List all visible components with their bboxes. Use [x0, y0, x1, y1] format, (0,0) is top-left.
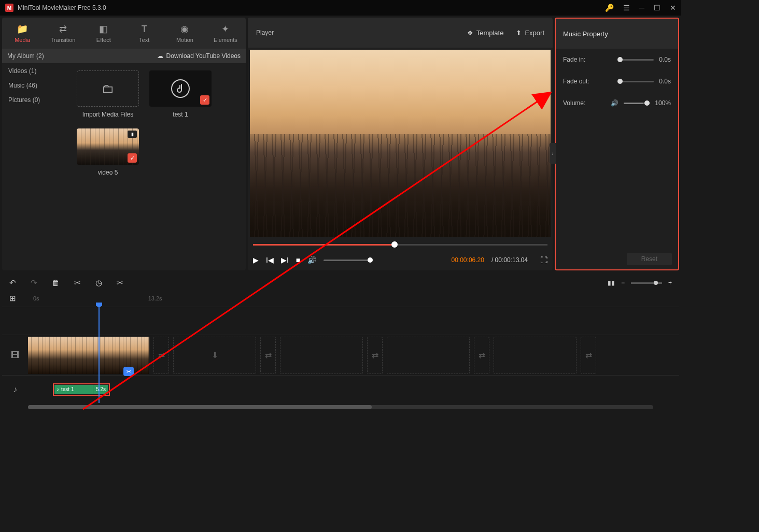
video-icon: ▮	[128, 131, 137, 138]
video-clip[interactable]	[68, 337, 109, 374]
folder-icon: 📁	[17, 23, 28, 35]
media-panel: 📁Media ⇄Transition ◧Effect TText ◉Motion…	[2, 18, 246, 270]
sidebar-videos[interactable]: Videos (1)	[8, 67, 63, 75]
menu-icon[interactable]: ☰	[623, 4, 630, 12]
empty-clip-slot[interactable]: ⬇	[173, 337, 256, 374]
redo-button[interactable]: ↷	[31, 278, 37, 287]
zoom-slider[interactable]	[631, 282, 662, 284]
transition-slot[interactable]: ⇄	[367, 337, 383, 374]
import-media-button[interactable]: 🗀 Import Media Files	[77, 70, 139, 118]
music-icon: ♪	[13, 385, 17, 394]
crop-button[interactable]: ✂	[117, 278, 123, 287]
reset-button[interactable]: Reset	[627, 253, 672, 265]
time-duration: / 00:00:13.04	[491, 256, 528, 264]
note-icon: ♪	[57, 386, 59, 392]
undo-button[interactable]: ↶	[9, 278, 16, 287]
folder-add-icon: 🗀	[102, 81, 114, 96]
audio-clip[interactable]: ♪test 1 5.2s	[53, 383, 110, 396]
volume-slider[interactable]	[324, 260, 370, 261]
add-track-button[interactable]: ⊞	[9, 294, 16, 303]
ruler-mark-1: 13.2s	[148, 295, 162, 301]
time-current: 00:00:06.20	[452, 256, 484, 264]
sidebar-music[interactable]: Music (46)	[8, 82, 63, 89]
collapse-panel-button[interactable]: ›	[550, 143, 556, 164]
layers-icon: ❖	[467, 29, 473, 37]
timeline: ↶ ↷ 🗑 ✂ ◷ ✂ ▮▮ − + ⊞ 0s 13.2s 🎞	[0, 274, 681, 409]
elements-icon: ✦	[221, 23, 229, 35]
track-video: 🎞 ✂ ⇄ ⬇ ⇄ ⇄ ⇄ ⇄	[2, 335, 679, 375]
transition-icon: ⇄	[59, 23, 67, 35]
tab-motion[interactable]: ◉Motion	[164, 18, 205, 49]
track-overlay	[2, 307, 679, 335]
maximize-icon[interactable]: ☐	[654, 4, 660, 12]
tab-media[interactable]: 📁Media	[2, 18, 43, 49]
tab-effect[interactable]: ◧Effect	[83, 18, 124, 49]
track-audio: ♪ ♪test 1 5.2s	[2, 375, 679, 403]
scrub-bar[interactable]	[248, 239, 553, 250]
album-title[interactable]: My Album (2)	[7, 52, 44, 60]
zoom-out-button[interactable]: −	[621, 279, 625, 286]
video-track-body[interactable]: ✂ ⇄ ⬇ ⇄ ⇄ ⇄ ⇄	[28, 335, 679, 375]
player-panel: Player ❖Template ⬆Export ▶ I◀ ▶I ■ 🔊 00:…	[248, 18, 553, 270]
fadein-label: Fade in:	[563, 56, 585, 63]
volume-value: 100%	[655, 99, 671, 107]
fadeout-slider[interactable]	[617, 81, 654, 82]
transition-slot[interactable]: ⇄	[260, 337, 276, 374]
stop-button[interactable]: ■	[296, 256, 300, 264]
download-youtube-link[interactable]: ☁Download YouTube Videos	[157, 52, 241, 60]
film-icon: 🎞	[11, 351, 19, 360]
music-property-panel: › Music Property Fade in: 0.0s Fade out:…	[555, 18, 679, 270]
playhead[interactable]	[99, 307, 100, 403]
video-preview[interactable]	[250, 50, 551, 237]
tab-elements[interactable]: ✦Elements	[205, 18, 246, 49]
empty-clip-slot[interactable]	[494, 337, 577, 374]
minimize-icon[interactable]: ─	[639, 4, 644, 12]
empty-clip-slot[interactable]	[387, 337, 470, 374]
fadeout-value: 0.0s	[659, 78, 671, 85]
audio-track-body[interactable]: ♪test 1 5.2s	[28, 376, 679, 403]
tab-transition[interactable]: ⇄Transition	[43, 18, 83, 49]
volume-prop-slider[interactable]	[624, 103, 650, 104]
music-property-title: Music Property	[556, 19, 678, 49]
volume-icon[interactable]: 🔊	[307, 256, 316, 264]
player-title: Player	[256, 29, 274, 36]
transition-slot[interactable]: ⇄	[474, 337, 489, 374]
close-icon[interactable]: ✕	[670, 4, 676, 12]
media-item-video5[interactable]: ▮ ✓ video 5	[77, 128, 139, 176]
split-button[interactable]: ✂	[74, 278, 81, 287]
music-note-icon	[170, 78, 191, 99]
volume-label: Volume:	[563, 99, 585, 107]
fullscreen-icon[interactable]: ⛶	[540, 256, 547, 264]
speaker-icon[interactable]: 🔊	[611, 99, 619, 107]
zoom-in-button[interactable]: +	[668, 279, 672, 286]
transition-slot[interactable]: ⇄	[581, 337, 596, 374]
export-button[interactable]: ⬆Export	[516, 29, 544, 37]
fadein-value: 0.0s	[659, 56, 671, 63]
motion-icon: ◉	[180, 23, 189, 35]
delete-button[interactable]: 🗑	[52, 278, 60, 287]
ruler-mark-0: 0s	[33, 295, 39, 301]
tab-text[interactable]: TText	[124, 18, 164, 49]
upload-icon: ⬆	[516, 29, 522, 37]
template-button[interactable]: ❖Template	[467, 29, 504, 37]
speed-button[interactable]: ◷	[95, 278, 102, 287]
media-item-test1[interactable]: ✓ test 1	[149, 70, 212, 118]
video-clip[interactable]	[28, 337, 68, 374]
text-icon: T	[142, 24, 147, 35]
app-title: MiniTool MovieMaker Free 5.3.0	[18, 4, 106, 11]
play-button[interactable]: ▶	[253, 256, 259, 264]
prev-frame-button[interactable]: I◀	[266, 256, 274, 264]
fadein-slider[interactable]	[617, 59, 654, 61]
effect-icon: ◧	[99, 23, 108, 35]
next-frame-button[interactable]: ▶I	[281, 256, 289, 264]
split-icon[interactable]: ✂	[123, 367, 134, 376]
fit-icon[interactable]: ▮▮	[608, 279, 615, 286]
key-icon[interactable]: 🔑	[605, 4, 614, 12]
timeline-scrollbar[interactable]	[28, 405, 653, 409]
app-logo: M	[5, 4, 13, 12]
sidebar-pictures[interactable]: Pictures (0)	[8, 96, 63, 104]
check-icon: ✓	[200, 95, 209, 105]
empty-clip-slot[interactable]	[280, 337, 363, 374]
transition-slot[interactable]: ⇄	[153, 337, 169, 374]
check-icon: ✓	[128, 153, 137, 163]
